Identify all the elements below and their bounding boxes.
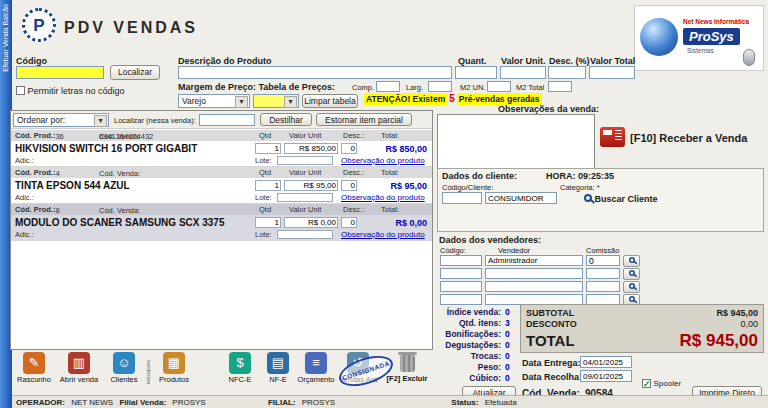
prevendas-warning: ATENÇÃO! Existem5Pré-vendas geradas	[364, 93, 542, 104]
item-valor-unit-input[interactable]	[284, 217, 338, 228]
status-label: Status:	[451, 398, 478, 407]
quant-input[interactable]	[455, 66, 497, 79]
page-title: PDV VENDAS	[64, 19, 198, 37]
orcamento-button[interactable]: ≡Orçamento	[294, 352, 338, 384]
limpar-tabela-button[interactable]: Limpar tabela	[302, 94, 358, 108]
vendedor-search-button[interactable]	[623, 268, 640, 280]
item-qtd-input[interactable]	[255, 180, 281, 191]
vendedor-search-button[interactable]	[623, 281, 640, 293]
permitir-letras-checkbox[interactable]: Permitir letras no código	[16, 86, 125, 96]
cliente-nome-input[interactable]	[485, 192, 557, 204]
spooler-checkbox[interactable]: Spooler	[642, 378, 681, 388]
total-label: TOTAL	[526, 332, 575, 349]
ordenar-por-value: Ordenar por:	[17, 115, 65, 125]
side-tab-label: Efetuar Venda Balcão	[2, 4, 9, 72]
vendedor-comissao-input[interactable]	[586, 281, 620, 292]
vendedor-nome-input[interactable]	[485, 268, 583, 279]
estornar-item-button[interactable]: Estornar item parcial	[316, 113, 412, 126]
codigo-cliente-input[interactable]	[442, 192, 482, 204]
larg-input[interactable]	[428, 81, 452, 92]
margem-tabela-label: Margem de Preço: Tabela de Preços:	[178, 82, 335, 92]
vendedor-search-button[interactable]	[623, 255, 640, 267]
lote-input[interactable]	[277, 230, 333, 239]
item-valor-unit-input[interactable]	[284, 143, 338, 154]
data-entrega-input[interactable]	[580, 356, 632, 368]
lote-label: Lote:	[255, 156, 272, 165]
item-name: TINTA EPSON 544 AZUL	[15, 180, 130, 191]
valor-total-input[interactable]	[589, 66, 635, 79]
item-desc-input[interactable]	[341, 217, 357, 228]
buscar-cliente-button[interactable]: Buscar Cliente	[584, 194, 658, 204]
item-qtd-input[interactable]	[255, 217, 281, 228]
m2un-input[interactable]	[487, 81, 511, 92]
obs-venda-label: Observações da venda:	[498, 104, 599, 114]
abrir-venda-button[interactable]: ▥Abrir venda	[57, 352, 101, 384]
data-recolha-input[interactable]	[580, 370, 632, 382]
localizar-venda-input[interactable]	[199, 114, 255, 126]
pdv-vendas-window: Efetuar Venda Balcão P PDV VENDAS Net Ne…	[0, 0, 768, 408]
filial-venda-value: PROSYS	[172, 398, 205, 407]
vendedor-codigo-input[interactable]	[440, 294, 482, 305]
rascunho-button[interactable]: ✎Rascunho	[12, 352, 56, 384]
globe-icon	[640, 18, 678, 56]
cash-register-icon[interactable]	[600, 127, 625, 147]
destilhar-button[interactable]: Destilhar	[260, 113, 312, 126]
localizar-button[interactable]: Localizar	[110, 65, 160, 80]
vendedor-codigo-input[interactable]	[440, 268, 482, 279]
comp-input[interactable]	[376, 81, 400, 92]
item-qtd-input[interactable]	[255, 143, 281, 154]
sale-item-row-selected[interactable]: Cód. Prod.: 8 Cód. Venda: Qtd Valor Unit…	[11, 204, 432, 241]
vendedor-codigo-input[interactable]	[440, 281, 482, 292]
clientes-button[interactable]: ☺Clientes	[102, 352, 146, 384]
m2un-label: M2 UN.	[460, 83, 485, 92]
observacao-produto-link[interactable]: Observação do produto	[341, 193, 425, 202]
status-bar: OPERADOR: NET NEWS Filial Venda: PROSYS …	[12, 395, 768, 408]
observacao-produto-link[interactable]: Observação do produto	[341, 230, 425, 239]
codigo-input[interactable]	[16, 66, 104, 79]
dados-cliente-title: Dados do cliente:	[442, 171, 517, 181]
search-plus-icon	[629, 283, 635, 289]
total-value: R$ 945,00	[680, 331, 758, 351]
item-total: R$ 850,00	[363, 144, 427, 154]
quant-label: Quant.	[458, 56, 487, 66]
open-sale-icon: ▥	[68, 352, 90, 374]
warning-text-1: ATENÇÃO! Existem	[364, 93, 447, 105]
vendedor-nome-input[interactable]	[485, 255, 583, 266]
obs-venda-textarea[interactable]	[437, 114, 595, 170]
vendedor-comissao-input[interactable]	[586, 255, 620, 266]
vend-col-comissao: Comissão	[586, 246, 619, 255]
list-controls: Ordenar por: Localizar (nessa venda): De…	[11, 111, 432, 129]
item-desc-input[interactable]	[341, 143, 357, 154]
excluir-button[interactable]: [F2] Excluir	[384, 352, 430, 383]
lote-label: Lote:	[255, 193, 272, 202]
receber-venda-button[interactable]: [F10] Receber a Venda	[630, 132, 747, 144]
item-total: R$ 0,00	[363, 218, 427, 228]
adic-label: Adic.:	[15, 156, 34, 165]
margem-select[interactable]	[253, 94, 299, 108]
descricao-label: Descrição do Produto	[178, 56, 272, 66]
categoria-label: Categoria: *	[560, 183, 600, 192]
valor-unit-input[interactable]	[500, 66, 546, 79]
produtos-button[interactable]: ▦Produtos	[152, 352, 196, 384]
vendedor-codigo-input[interactable]	[440, 255, 482, 266]
m2total-input[interactable]	[548, 81, 572, 92]
subtotal-value: R$ 945,00	[716, 308, 758, 318]
sale-item-row[interactable]: Cód. Prod.:36 Cód. Venda: 6941264074432 …	[11, 130, 432, 167]
lote-input[interactable]	[277, 156, 333, 165]
tabela-precos-select[interactable]: Varejo	[178, 94, 250, 108]
item-valor-unit-input[interactable]	[284, 180, 338, 191]
observacao-produto-link[interactable]: Observação do produto	[341, 156, 425, 165]
sale-item-row[interactable]: Cód. Prod.: 4 Cód. Venda: Qtd Valor Unit…	[11, 167, 432, 204]
lote-label: Lote:	[255, 230, 272, 239]
clients-icon: ☺	[113, 352, 135, 374]
codigo-cliente-label: Código/Cliente:	[442, 183, 493, 192]
vendedor-nome-input[interactable]	[485, 281, 583, 292]
localizar-venda-label: Localizar (nessa venda):	[114, 116, 196, 125]
desc-pct-input[interactable]	[548, 66, 586, 79]
lote-input[interactable]	[277, 193, 333, 202]
operador-label: OPERADOR:	[16, 398, 65, 407]
ordenar-por-select[interactable]: Ordenar por:	[13, 113, 109, 127]
item-desc-input[interactable]	[341, 180, 357, 191]
descricao-input[interactable]	[178, 66, 452, 79]
vendedor-comissao-input[interactable]	[586, 268, 620, 279]
